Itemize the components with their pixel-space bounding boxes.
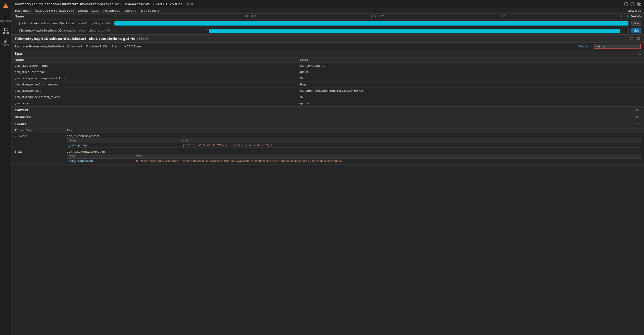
view-logs-link-detail[interactable]: View logs (578, 45, 592, 48)
app-logo (2, 2, 9, 9)
row2-view-button[interactable]: View (631, 28, 642, 33)
span-chevron-icon: ∧ (639, 52, 641, 55)
settings-icon[interactable] (637, 2, 641, 6)
svg-text:i: i (633, 3, 633, 6)
resource-section-count: 0 ∨ (636, 116, 641, 119)
topbar: TelemetryAspireDashboardQuickstart: Invo… (11, 0, 644, 8)
span-section-count: 7 ∧ (636, 52, 641, 55)
timeline-row-2: TelemetryAspireDashboardQuickstart chat.… (11, 27, 644, 34)
sidebar-item-traces[interactable]: Traces (1, 25, 11, 36)
span-section-header[interactable]: Span 7 ∧ (11, 50, 644, 57)
detail-panel-title: TelemetryAspireDashboardQuickstart: chat… (15, 37, 136, 41)
svg-point-6 (7, 28, 8, 29)
row1-color-bar (19, 22, 20, 25)
sidebar-item-traces-label: Traces (2, 32, 9, 34)
detail-panel-header: TelemetryAspireDashboardQuickstart: chat… (11, 35, 644, 43)
trace-duration-value: 1.39s (91, 9, 99, 13)
sidebar-item-metrics-label: Metrics (2, 44, 9, 46)
detail-duration-label: Duration 1.12s (86, 45, 108, 48)
svg-rect-13 (5, 40, 6, 43)
search-input[interactable] (594, 44, 641, 49)
ruler-label-3: 1.0s (500, 15, 505, 17)
row1-view-button[interactable]: View (631, 21, 642, 26)
event-content: gen_ai.content.prompt Name Value gen_ai.… (64, 133, 644, 149)
row2-details-btn: View (628, 28, 644, 33)
expand-panel-button[interactable] (629, 36, 634, 41)
timeline: Name 0 348.64ms 697.27ms 1.0s 1.39s Deta… (11, 14, 644, 35)
event-content: gen_ai.content.completion Name Value gen… (64, 149, 644, 165)
close-panel-button[interactable] (636, 36, 641, 41)
trace-depth-value: 2 (134, 9, 136, 13)
detail-starttime-label: Start time 255.61ms (112, 45, 141, 48)
event-nested-row: gen_ai.prompt [[{"role": "user", "conten… (67, 143, 641, 148)
row2-bar (209, 29, 620, 33)
timeline-ruler: 0 348.64ms 697.27ms 1.0s 1.39s (114, 14, 628, 20)
attr-value-cell: chatcmpl-A89KGlq9JI35EPESKXSfgDJk8uWz6 (296, 88, 644, 94)
event-name-label: gen_ai.content.completion (67, 150, 641, 153)
svg-point-7 (4, 30, 5, 31)
ruler-label-1: 348.64ms (243, 15, 256, 17)
github-icon[interactable] (624, 2, 628, 6)
event-name-label: gen_ai.content.prompt (67, 134, 641, 138)
attr-name-cell: gen_ai.system (11, 100, 296, 107)
attr-name-cell: gen_ai.response.prompt_tokens (11, 94, 296, 100)
trace-resources-label: Resources 1 (103, 9, 121, 13)
events-section-content: Time offset Event 25.52ms gen_ai.content… (11, 128, 644, 165)
detail-panel-actions (629, 36, 641, 41)
event-row: 1.12s gen_ai.content.completion Name Val… (11, 149, 644, 165)
ruler-label-2: 697.27ms (371, 15, 384, 17)
context-section-title: Context (15, 108, 28, 112)
row1-expand-btn[interactable]: − (15, 22, 18, 25)
event-nested-value: [[{"role": "user", "content": "Why is th… (179, 143, 641, 148)
detail-meta: Resource TelemetryAspireDashboardQuickst… (11, 43, 644, 50)
nested-name-header: Name (67, 138, 179, 143)
span-attribute-row: gen_ai.response.prompt_tokens 16 (11, 94, 644, 100)
span-attribute-row: gen_ai.response.id chatcmpl-A89KGlq9JI35… (11, 88, 644, 94)
attr-value-header: Value (296, 57, 644, 63)
detail-resource-label: Resource TelemetryAspireDashboardQuickst… (15, 45, 82, 48)
svg-point-5 (4, 28, 5, 29)
span-section-content: Name Value gen_ai.operation.name chat.co… (11, 57, 644, 107)
attr-name-header: Name (11, 57, 296, 63)
trace-depth-label: Depth 2 (125, 9, 136, 13)
attr-value-cell: chat.completions (296, 63, 644, 69)
span-attribute-row: gen_ai.response.completion_tokens 26 (11, 75, 644, 82)
events-section-header[interactable]: Events 2 ∧ (11, 121, 644, 128)
attr-name-cell: gen_ai.response.finish_reason (11, 82, 296, 88)
events-time-header: Time offset (11, 128, 64, 133)
trace-spans-label: Total spans 2 (140, 9, 159, 13)
context-section-header[interactable]: Context 0 ∨ (11, 107, 644, 114)
resource-chevron-icon: ∨ (639, 116, 641, 119)
trace-detail-meta: Trace detail 9/16/2024 9:57:15.071 AM Du… (11, 8, 644, 14)
row1-sub-name: InvokePromptAsync_dd253e4d44ed4c6f907382… (76, 22, 114, 25)
span-attribute-row: gen_ai.system openai (11, 100, 644, 107)
trace-date: 9/16/2024 9:57:15.071 AM (35, 9, 74, 13)
attr-value-cell: openai (296, 100, 644, 107)
detail-resource-value: TelemetryAspireDashboardQuickstart (29, 45, 82, 48)
trace-resources-value: 1 (119, 9, 121, 13)
attr-value-cell: Stop (296, 82, 644, 88)
span-attribute-row: gen_ai.request.model gpt-4o (11, 69, 644, 75)
ruler-label-0: 0 (114, 15, 116, 17)
sidebar-item-structured[interactable]: Structured (1, 13, 11, 24)
view-logs-link[interactable]: View logs (627, 9, 641, 13)
timeline-row-2-name: TelemetryAspireDashboardQuickstart chat.… (11, 29, 114, 33)
resource-section-header[interactable]: Resource 0 ∨ (11, 114, 644, 121)
trace-section: Trace detail 9/16/2024 9:57:15.071 AM Du… (11, 8, 644, 35)
nested-name-header: Name (67, 154, 134, 159)
info-icon[interactable]: i (630, 2, 635, 6)
attr-value-cell: 26 (296, 75, 644, 82)
events-section-count: 2 ∧ (636, 123, 641, 126)
timeline-row-1-name: − TelemetryAspireDashboardQuickstart Inv… (11, 22, 114, 25)
row1-bar (114, 21, 628, 26)
timeline-name-header: Name (11, 15, 114, 18)
event-nested-table: Name Value gen_ai.completion [[{"role": … (67, 154, 641, 163)
attr-name-cell: gen_ai.operation.name (11, 63, 296, 69)
sidebar-item-metrics[interactable]: Metrics (1, 37, 11, 48)
event-nested-value: [[{"role": "Assistant", "content": "The … (134, 159, 641, 163)
timeline-row-1: − TelemetryAspireDashboardQuickstart Inv… (11, 20, 644, 27)
svg-rect-12 (4, 41, 5, 43)
sidebar-item-structured-label: Structured (0, 20, 11, 22)
events-section-title: Events (15, 122, 27, 126)
events-event-header: Event (64, 128, 644, 133)
